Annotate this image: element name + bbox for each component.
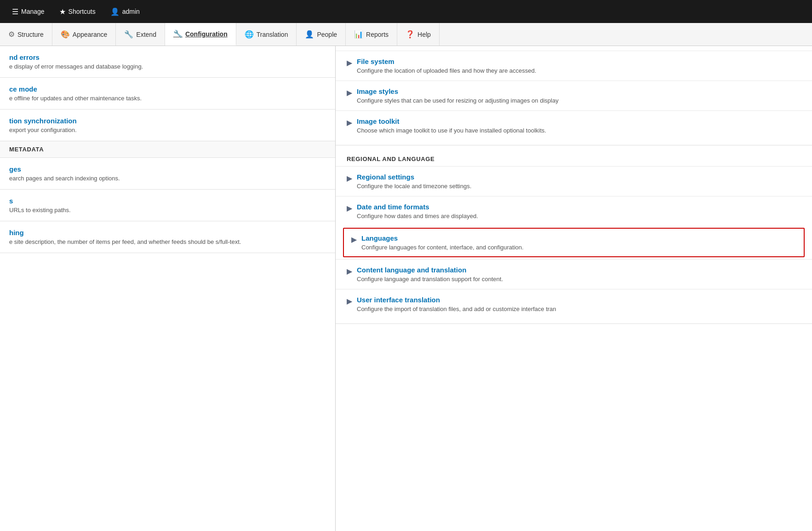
image-styles-desc: Configure styles that can be used for re… bbox=[357, 97, 559, 104]
item-content: Content language and translation Configu… bbox=[357, 266, 503, 283]
list-item: ▶ Regional settings Configure the locale… bbox=[336, 166, 812, 196]
bullet-icon: ▶ bbox=[351, 235, 357, 244]
item-content: Image toolkit Choose which image toolkit… bbox=[357, 117, 546, 134]
date-time-desc: Configure how dates and times are displa… bbox=[357, 213, 478, 219]
regional-section-group: REGIONAL AND LANGUAGE ▶ Regional setting… bbox=[336, 145, 812, 324]
s-desc: URLs to existing paths. bbox=[9, 207, 326, 214]
bullet-icon: ▶ bbox=[347, 267, 352, 276]
tion-sync-link[interactable]: tion synchronization bbox=[9, 117, 77, 125]
ce-mode-link[interactable]: ce mode bbox=[9, 85, 37, 93]
manage-label: Manage bbox=[21, 8, 45, 15]
nav-label-help: Help bbox=[417, 31, 431, 38]
bullet-icon: ▶ bbox=[347, 58, 352, 67]
structure-icon: ⚙ bbox=[8, 30, 15, 39]
list-item: ▶ Content language and translation Confi… bbox=[336, 259, 812, 289]
bullet-icon: ▶ bbox=[347, 174, 352, 183]
list-item: ▶ File system Configure the location of … bbox=[336, 51, 812, 81]
list-item: ▶ Image toolkit Choose which image toolk… bbox=[336, 110, 812, 140]
list-item: hing e site description, the number of i… bbox=[0, 221, 335, 253]
nav-label-extend: Extend bbox=[136, 31, 156, 38]
regional-settings-link[interactable]: Regional settings bbox=[357, 173, 414, 181]
bullet-icon: ▶ bbox=[347, 88, 352, 97]
admin-user-menu[interactable]: 👤 admin bbox=[103, 0, 147, 23]
config-icon: 🔧 bbox=[173, 29, 183, 38]
list-item: ges earch pages and search indexing opti… bbox=[0, 158, 335, 190]
regional-heading: REGIONAL AND LANGUAGE bbox=[336, 150, 812, 166]
shortcuts-label: Shortcuts bbox=[69, 8, 96, 15]
s-link[interactable]: s bbox=[9, 197, 13, 205]
translation-icon: 🌐 bbox=[245, 30, 254, 39]
item-content: Languages Configure languages for conten… bbox=[361, 234, 524, 251]
languages-link[interactable]: Languages bbox=[361, 234, 398, 242]
list-item: ▶ Image styles Configure styles that can… bbox=[336, 81, 812, 110]
nav-item-people[interactable]: 👤 People bbox=[297, 23, 346, 46]
hing-link[interactable]: hing bbox=[9, 229, 24, 237]
nav-item-structure[interactable]: ⚙ Structure bbox=[0, 23, 52, 46]
help-icon: ❓ bbox=[406, 30, 415, 39]
nav-label-reports: Reports bbox=[366, 31, 389, 38]
reports-icon: 📊 bbox=[354, 30, 363, 39]
appearance-icon: 🎨 bbox=[61, 30, 70, 39]
image-toolkit-desc: Choose which image toolkit to use if you… bbox=[357, 127, 546, 134]
nav-item-help[interactable]: ❓ Help bbox=[397, 23, 440, 46]
item-content: Regional settings Configure the locale a… bbox=[357, 173, 471, 190]
user-icon: 👤 bbox=[110, 7, 120, 16]
list-item: s URLs to existing paths. bbox=[0, 190, 335, 221]
item-content: File system Configure the location of up… bbox=[357, 58, 536, 74]
ges-link[interactable]: ges bbox=[9, 165, 21, 173]
ges-desc: earch pages and search indexing options. bbox=[9, 175, 326, 182]
nd-errors-link[interactable]: nd errors bbox=[9, 53, 40, 61]
nd-errors-desc: e display of error messages and database… bbox=[9, 63, 326, 70]
item-content: Date and time formats Configure how date… bbox=[357, 203, 478, 219]
date-time-link[interactable]: Date and time formats bbox=[357, 203, 429, 211]
image-styles-link[interactable]: Image styles bbox=[357, 87, 398, 95]
list-item: ▶ Date and time formats Configure how da… bbox=[336, 196, 812, 226]
list-item: tion synchronization export your configu… bbox=[0, 110, 335, 141]
list-item: ▶ User interface translation Configure t… bbox=[336, 289, 812, 319]
nav-item-reports[interactable]: 📊 Reports bbox=[346, 23, 397, 46]
nav-bar: ⚙ Structure 🎨 Appearance 🔧 Extend 🔧 Conf… bbox=[0, 23, 812, 46]
main-content: nd errors e display of error messages an… bbox=[0, 46, 812, 531]
content-language-link[interactable]: Content language and translation bbox=[357, 266, 466, 274]
nav-item-translation[interactable]: 🌐 Translation bbox=[236, 23, 297, 46]
file-system-desc: Configure the location of uploaded files… bbox=[357, 67, 536, 74]
tion-sync-desc: export your configuration. bbox=[9, 127, 326, 133]
languages-desc: Configure languages for content, interfa… bbox=[361, 244, 524, 251]
nav-item-extend[interactable]: 🔧 Extend bbox=[116, 23, 165, 46]
file-system-link[interactable]: File system bbox=[357, 58, 395, 65]
list-item: nd errors e display of error messages an… bbox=[0, 46, 335, 78]
section-heading-metadata: METADATA bbox=[0, 141, 335, 158]
admin-label: admin bbox=[122, 8, 140, 15]
nav-item-configuration[interactable]: 🔧 Configuration bbox=[165, 23, 236, 46]
bullet-icon: ▶ bbox=[347, 297, 352, 306]
left-column: nd errors e display of error messages an… bbox=[0, 46, 336, 531]
extend-icon: 🔧 bbox=[124, 30, 133, 39]
hing-desc: e site description, the number of items … bbox=[9, 238, 326, 245]
nav-label-appearance: Appearance bbox=[73, 31, 108, 38]
right-column: ▶ File system Configure the location of … bbox=[336, 46, 812, 531]
bullet-icon: ▶ bbox=[347, 204, 352, 213]
admin-bar: ☰ Manage ★ Shortcuts 👤 admin bbox=[0, 0, 812, 23]
list-item: ce mode e offline for updates and other … bbox=[0, 78, 335, 110]
hamburger-icon: ☰ bbox=[12, 7, 18, 16]
nav-label-people: People bbox=[317, 31, 337, 38]
item-content: User interface translation Configure the… bbox=[357, 296, 556, 312]
bullet-icon: ▶ bbox=[347, 118, 352, 127]
ui-translation-link[interactable]: User interface translation bbox=[357, 296, 440, 304]
regional-settings-desc: Configure the locale and timezone settin… bbox=[357, 183, 471, 190]
shortcuts-menu[interactable]: ★ Shortcuts bbox=[52, 0, 103, 23]
content-language-desc: Configure language and translation suppo… bbox=[357, 276, 503, 283]
languages-item: ▶ Languages Configure languages for cont… bbox=[343, 228, 805, 257]
ce-mode-desc: e offline for updates and other maintena… bbox=[9, 95, 326, 102]
star-icon: ★ bbox=[59, 7, 66, 16]
image-toolkit-link[interactable]: Image toolkit bbox=[357, 117, 400, 125]
people-icon: 👤 bbox=[305, 30, 314, 39]
manage-menu[interactable]: ☰ Manage bbox=[5, 0, 52, 23]
nav-label-configuration: Configuration bbox=[185, 30, 228, 38]
item-content: Image styles Configure styles that can b… bbox=[357, 87, 559, 104]
ui-translation-desc: Configure the import of translation file… bbox=[357, 306, 556, 312]
nav-label-translation: Translation bbox=[257, 31, 288, 38]
nav-label-structure: Structure bbox=[17, 31, 44, 38]
nav-item-appearance[interactable]: 🎨 Appearance bbox=[52, 23, 116, 46]
media-section-group: ▶ File system Configure the location of … bbox=[336, 46, 812, 145]
